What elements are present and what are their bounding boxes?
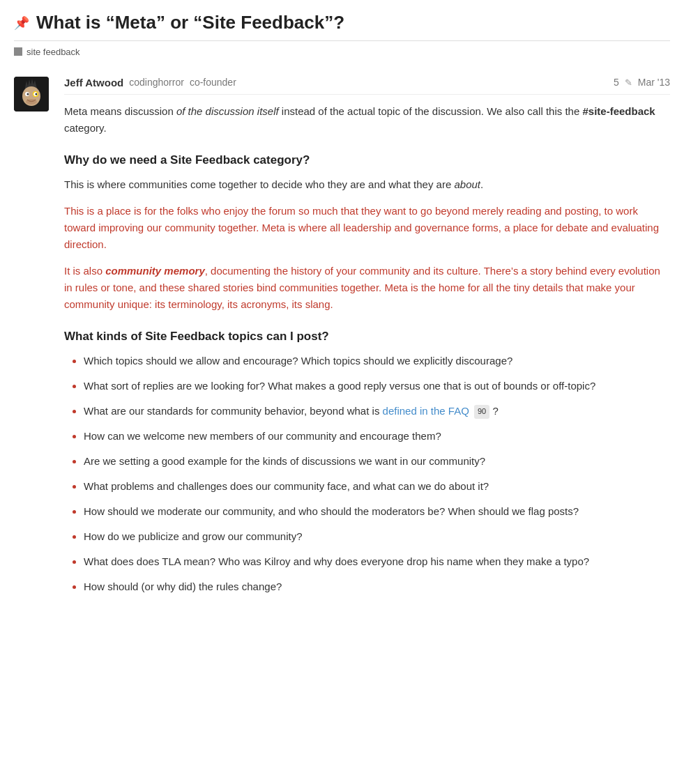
post-container: Jeff Atwood codinghorror co-founder 5 ✎ …	[14, 71, 670, 605]
author-username: codinghorror	[129, 77, 184, 88]
svg-point-9	[36, 93, 38, 95]
s1p1-italic: about	[454, 178, 480, 190]
section1-p1: This is where communities come together …	[64, 176, 670, 193]
intro-part2: instead of the actual topic of the discu…	[279, 105, 583, 117]
list-item: Are we setting a good example for the ki…	[84, 453, 670, 470]
breadcrumb-area: site feedback	[14, 44, 670, 57]
intro-part1: Meta means discussion	[64, 105, 176, 117]
list-item: How can we welcome new members of our co…	[84, 428, 670, 445]
post-content-area: Jeff Atwood codinghorror co-founder 5 ✎ …	[64, 77, 670, 605]
post-header-left: Jeff Atwood codinghorror co-founder	[64, 77, 236, 89]
pin-icon: 📌	[14, 15, 29, 31]
list-item: How should we moderate our community, an…	[84, 503, 670, 520]
author-name: Jeff Atwood	[64, 77, 123, 89]
post-header: Jeff Atwood codinghorror co-founder 5 ✎ …	[64, 77, 670, 95]
avatar-area	[14, 77, 53, 605]
author-badge: co-founder	[190, 77, 236, 88]
list-item: What sort of replies are we looking for?…	[84, 378, 670, 394]
intro-part3: category.	[64, 122, 107, 134]
post-date: Mar '13	[638, 77, 670, 88]
edit-icon: ✎	[625, 77, 632, 88]
list-item: What problems and challenges does our co…	[84, 478, 670, 495]
svg-point-11	[26, 99, 37, 105]
edit-count: 5	[614, 77, 619, 88]
faq-link[interactable]: defined in the FAQ	[383, 405, 469, 417]
breadcrumb-link[interactable]: site feedback	[26, 47, 80, 57]
list-item: What does does TLA mean? Who was Kilroy …	[84, 553, 670, 570]
list-item: How do we publicize and grow our communi…	[84, 528, 670, 545]
post-header-right: 5 ✎ Mar '13	[614, 77, 670, 88]
intro-bold: #site-feedback	[582, 105, 655, 117]
faq-badge: 90	[474, 405, 489, 419]
intro-italic: of the discussion itself	[176, 105, 279, 117]
section2-heading: What kinds of Site Feedback topics can I…	[64, 327, 670, 346]
section1-p3: It is also community memory, documenting…	[64, 263, 670, 313]
list-item: What are our standards for community beh…	[84, 403, 670, 420]
s1p3-pre: It is also	[64, 265, 105, 277]
section1-p2: This is a place is for the folks who enj…	[64, 203, 670, 253]
post-body: Meta means discussion of the discussion …	[64, 103, 670, 595]
page-title: What is “Meta” or “Site Feedback”?	[36, 11, 344, 35]
avatar	[14, 77, 49, 112]
bullet-list: Which topics should we allow and encoura…	[64, 353, 670, 595]
section1-heading: Why do we need a Site Feedback category?	[64, 151, 670, 169]
page-title-area: 📌 What is “Meta” or “Site Feedback”?	[14, 11, 670, 41]
s1p3-italic: community memory	[105, 265, 205, 277]
breadcrumb-icon	[14, 47, 22, 56]
list-item: Which topics should we allow and encoura…	[84, 353, 670, 369]
list-item: How should (or why did) the rules change…	[84, 578, 670, 595]
s1p1-end: .	[480, 178, 483, 190]
intro-paragraph: Meta means discussion of the discussion …	[64, 103, 670, 137]
s1p1-text: This is where communities come together …	[64, 178, 454, 190]
svg-point-8	[27, 93, 29, 95]
